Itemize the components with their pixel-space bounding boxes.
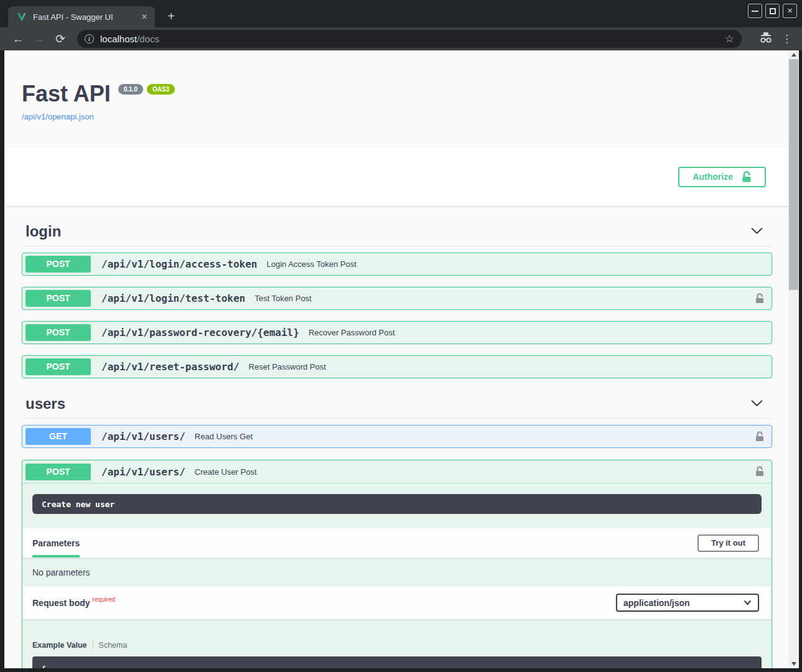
bookmark-star-icon[interactable]: ☆ bbox=[725, 32, 734, 45]
section-title: login bbox=[26, 223, 61, 240]
chevron-down-icon[interactable] bbox=[750, 224, 771, 240]
operation-path: /api/v1/login/test-token bbox=[101, 292, 245, 304]
auth-lock-icon[interactable] bbox=[755, 466, 764, 477]
browser-tab[interactable]: Fast API - Swagger UI ✕ bbox=[8, 6, 155, 27]
page-viewport: Fast API 0.1.0 OAS3 /api/v1/openapi.json… bbox=[4, 50, 799, 668]
operation-summary: Reset Password Post bbox=[249, 362, 326, 371]
example-value-tab[interactable]: Example Value bbox=[32, 641, 87, 650]
operation-row[interactable]: POST /api/v1/password-recovery/{email} R… bbox=[22, 321, 772, 344]
auth-lock-icon[interactable] bbox=[755, 293, 764, 304]
scrollbar-down-arrow[interactable] bbox=[788, 660, 799, 668]
operation-path: /api/v1/users/ bbox=[101, 431, 185, 442]
select-chevron-icon bbox=[744, 600, 752, 605]
expanded-operation-block: POST /api/v1/users/ Create User Post Cre… bbox=[22, 460, 772, 668]
oas3-badge: OAS3 bbox=[147, 84, 175, 95]
site-info-icon[interactable]: i bbox=[85, 34, 94, 44]
operations-area: login POST /api/v1/login/access-token Lo… bbox=[4, 223, 788, 668]
version-badge: 0.1.0 bbox=[118, 84, 143, 95]
operation-path: /api/v1/reset-password/ bbox=[101, 361, 240, 373]
back-button[interactable]: ← bbox=[9, 32, 27, 46]
url-path: /docs bbox=[137, 34, 159, 44]
method-badge: POST bbox=[26, 464, 91, 480]
maximize-button[interactable] bbox=[765, 4, 780, 18]
tab-separator bbox=[93, 641, 93, 650]
parameters-header: Parameters Try it out bbox=[22, 528, 772, 558]
browser-menu-icon[interactable]: ⋮ bbox=[781, 32, 792, 45]
operation-row[interactable]: POST /api/v1/login/test-token Test Token… bbox=[22, 287, 772, 310]
method-badge: POST bbox=[26, 358, 91, 375]
new-tab-button[interactable]: + bbox=[163, 9, 179, 25]
request-body-label: Request body required bbox=[32, 598, 115, 608]
operation-row[interactable]: GET /api/v1/users/ Read Users Get bbox=[22, 425, 772, 448]
request-body-text: Request body bbox=[32, 598, 90, 608]
fastapi-favicon-icon bbox=[17, 12, 27, 22]
auth-lock-icon[interactable] bbox=[755, 431, 764, 442]
operation-description: Create new user bbox=[32, 494, 762, 514]
no-parameters-text: No parameters bbox=[22, 558, 772, 586]
operation-summary: Recover Password Post bbox=[309, 328, 395, 337]
minimize-icon bbox=[752, 11, 758, 12]
tab-title: Fast API - Swagger UI bbox=[33, 12, 139, 22]
tab-close-icon[interactable]: ✕ bbox=[139, 11, 150, 22]
reload-button[interactable]: ⟳ bbox=[52, 32, 69, 46]
method-badge: POST bbox=[26, 324, 91, 341]
browser-toolbar: ← → ⟳ i localhost/docs ☆ ⋮ bbox=[0, 27, 802, 50]
section-title: users bbox=[26, 395, 65, 413]
forward-button[interactable]: → bbox=[30, 32, 48, 46]
authorize-label: Authorize bbox=[692, 172, 733, 182]
operation-row[interactable]: POST /api/v1/reset-password/ Reset Passw… bbox=[22, 355, 772, 378]
url-host: localhost bbox=[100, 34, 137, 44]
request-body-example: Example Value Schema { bbox=[22, 620, 772, 668]
example-code-block: { bbox=[32, 656, 762, 668]
operation-path: /api/v1/login/access-token bbox=[101, 258, 257, 270]
tab-strip: Fast API - Swagger UI ✕ + ✕ bbox=[0, 0, 802, 27]
section-header-users[interactable]: users bbox=[22, 395, 772, 419]
window-controls: ✕ bbox=[748, 4, 797, 18]
chevron-down-icon[interactable] bbox=[750, 396, 771, 412]
method-badge: POST bbox=[26, 290, 91, 307]
required-badge: required bbox=[93, 596, 116, 603]
scrollbar-up-arrow[interactable] bbox=[788, 50, 799, 59]
operation-summary: Create User Post bbox=[195, 467, 257, 477]
operation-row[interactable]: POST /api/v1/users/ Create User Post bbox=[22, 460, 772, 483]
operation-summary: Read Users Get bbox=[195, 432, 253, 441]
operation-path: /api/v1/password-recovery/{email} bbox=[101, 327, 299, 338]
incognito-icon bbox=[759, 32, 773, 46]
authorize-button[interactable]: Authorize bbox=[678, 167, 766, 187]
api-info: Fast API 0.1.0 OAS3 /api/v1/openapi.json bbox=[4, 50, 788, 122]
operation-path: /api/v1/users/ bbox=[101, 466, 185, 478]
request-body-header: Request body required application/json bbox=[22, 586, 772, 620]
scrollbar-thumb[interactable] bbox=[789, 59, 798, 290]
method-badge: POST bbox=[26, 256, 91, 273]
page-title: Fast API bbox=[22, 83, 111, 105]
vertical-scrollbar[interactable] bbox=[788, 50, 799, 668]
operation-summary: Test Token Post bbox=[254, 294, 312, 303]
minimize-button[interactable] bbox=[748, 4, 762, 18]
method-badge: GET bbox=[26, 428, 91, 445]
close-window-button[interactable]: ✕ bbox=[783, 4, 797, 18]
try-it-out-button[interactable]: Try it out bbox=[697, 534, 759, 552]
media-type-select[interactable]: application/json bbox=[616, 594, 759, 612]
media-type-value: application/json bbox=[623, 598, 690, 608]
openapi-spec-link[interactable]: /api/v1/openapi.json bbox=[22, 112, 94, 121]
url-text[interactable]: localhost/docs bbox=[100, 34, 720, 44]
scheme-container: Authorize bbox=[4, 147, 799, 206]
unlocked-padlock-icon bbox=[742, 171, 752, 182]
section-header-login[interactable]: login bbox=[22, 223, 772, 246]
address-bar[interactable]: i localhost/docs ☆ bbox=[77, 30, 742, 48]
operation-summary: Login Access Token Post bbox=[266, 259, 356, 269]
maximize-icon bbox=[770, 8, 776, 14]
schema-tab[interactable]: Schema bbox=[99, 641, 128, 650]
parameters-tab[interactable]: Parameters bbox=[32, 528, 80, 558]
operation-row[interactable]: POST /api/v1/login/access-token Login Ac… bbox=[22, 253, 772, 276]
